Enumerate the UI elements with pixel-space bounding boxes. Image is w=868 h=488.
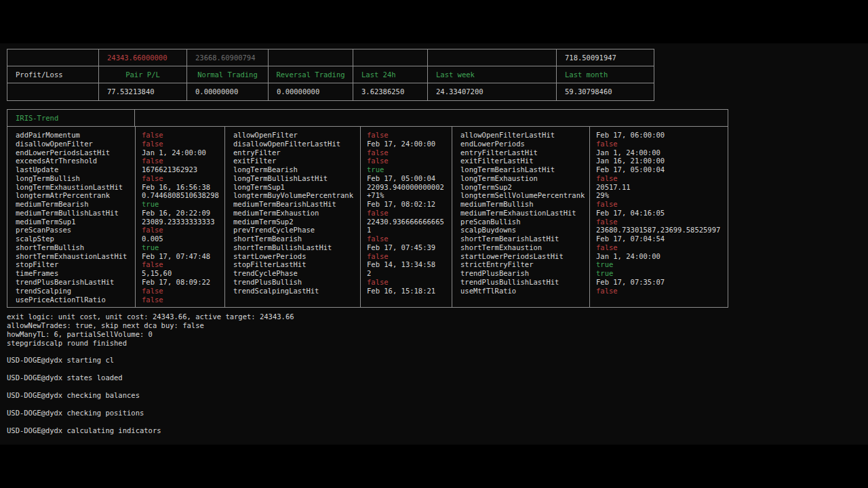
log-line: USD-DOGE@dydx checking positions [7,409,294,418]
log-line [7,418,294,426]
param-key: stopFilterLastHit [233,260,360,269]
param-key: endLowerPeriodsLastHit [16,148,135,157]
param-key: exitFilterLastHit [460,157,589,165]
param-value: Feb 17, 24:00:00 [367,140,452,148]
log-line [7,382,294,391]
param-value: false [142,131,224,140]
log-line: USD-DOGE@dydx checking balances [7,391,294,400]
param-value: Feb 17, 05:00:04 [596,165,728,174]
param-key: longTermBullishLastHit [233,174,360,183]
param-value [596,296,728,304]
param-key: longTermSup1 [233,183,360,192]
param-value: false [596,287,728,296]
param-value: Feb 16, 20:22:09 [142,209,224,218]
param-key [233,296,360,304]
letterbox-bottom [0,445,868,488]
param-key-column: allowOpenFilterdisallowOpenFilterLastHit… [224,127,360,307]
pl-value-cell: 0.00000000 [187,83,269,100]
param-key: longTermSup2 [460,183,589,192]
param-value: 1 [367,226,452,235]
param-value: Feb 16, 16:56:38 [142,183,224,192]
param-value: false [142,174,224,183]
param-value: 0.005 [142,235,224,243]
param-key: disallowOpenFilterLastHit [233,140,360,148]
param-value: Feb 17, 05:00:04 [367,174,452,183]
pl-value-cell: 718.50091947 [557,49,654,66]
param-key: longTermExhaustionLastHit [16,183,135,192]
param-value: Jan 1, 24:00:00 [142,148,224,157]
strategy-title: IRIS-Trend [16,114,58,122]
param-value: true [142,200,224,209]
strategy-title-cell: IRIS-Trend [7,110,135,127]
param-key: trendPlusBearishLastHit [16,278,135,287]
param-value: 23089.23333333333 [142,218,224,226]
param-key: mediumTermSup1 [16,218,135,226]
param-key: useMtfTlRatio [460,287,589,296]
param-value: Feb 16, 15:18:21 [367,287,452,296]
param-key: preScanBullish [460,218,589,226]
param-value: 22093.940000000002 [367,183,452,192]
pl-value-cell: 24.33407200 [428,83,557,100]
param-key: exitFilter [233,157,360,165]
param-value: 22430.936666666665 [367,218,452,226]
param-key: shortTermBullish [16,243,135,252]
param-key: longTermBullish [16,174,135,183]
param-key: scalpStep [16,235,135,243]
log-line: USD-DOGE@dydx calculating indicators [7,426,294,435]
param-key: startLowerPeriodsLastHit [460,252,589,261]
param-key: longtermSellVolumePercentrank [460,191,589,200]
param-value-column: Feb 17, 06:00:00falseJan 1, 24:00:00Jan … [589,127,728,307]
log-line: allowNewTrades: true, skip next dca buy:… [7,321,294,330]
pl-value-cell: 0.00000000 [269,83,353,100]
pl-value-cell [353,49,428,66]
pl-header-cell: Normal Trading [187,66,269,83]
terminal-screen[interactable]: 24343.6600000023668.60900794718.50091947… [0,43,868,445]
param-key: longTermBearish [233,165,360,174]
param-key: trendPlusBullishLastHit [460,278,589,287]
log-output: exit logic: unit cost, unit cost: 24343.… [7,312,294,434]
pl-header-cell: Last 24h [353,66,428,83]
param-value [367,296,452,304]
param-value: false [367,131,452,140]
param-key: longtermAtrPercentrank [16,191,135,200]
param-key: shortTermExhaustion [460,243,589,252]
log-line: exit logic: unit cost, unit cost: 24343.… [7,312,294,321]
param-key: shortTermExhaustionLastHit [16,252,135,261]
param-value: 23680.73301587,23699.58525997 [596,226,728,235]
param-key: longtermBuyVolumePercentrank [233,191,360,200]
param-key: trendScalpingLastHit [233,287,360,296]
param-value: false [142,287,224,296]
param-key: disallowOpenFilter [16,140,135,148]
param-value: 0.7446808510638298 [142,191,224,200]
param-value: false [596,140,728,148]
param-value: false [142,140,224,148]
param-value: Feb 17, 04:16:05 [596,209,728,218]
pl-value-cell [269,49,353,66]
param-key: mediumTermBullishLastHit [16,209,135,218]
param-key: preScanPasses [16,226,135,235]
param-key: endLowerPeriods [460,140,589,148]
param-key: mediumTermExhaustion [233,209,360,218]
param-key-column: addPairMomentumdisallowOpenFilterendLowe… [7,127,135,307]
param-value: false [596,218,728,226]
pl-header-cell: Pair P/L [99,66,187,83]
param-value: Jan 1, 24:00:00 [596,252,728,261]
param-key: trendPlusBearish [460,269,589,278]
iris-trend-parameters: addPairMomentumdisallowOpenFilterendLowe… [7,127,728,307]
param-key: startLowerPeriods [233,252,360,261]
param-value: Feb 17, 07:47:48 [142,252,224,261]
param-value: Feb 17, 08:02:12 [367,200,452,209]
profit-loss-table: 24343.6600000023668.60900794718.50091947… [7,49,654,101]
param-value: false [367,148,452,157]
param-key-column: allowOpenFilterLastHitendLowerPeriodsent… [452,127,589,307]
param-key: entryFilter [233,148,360,157]
log-line [7,400,294,409]
param-value-column: falseFeb 17, 24:00:00falsefalsetrueFeb 1… [360,127,452,307]
param-value: false [367,278,452,287]
pl-value-cell: 59.30798460 [557,83,654,100]
pl-value-cell [7,83,99,100]
param-value: Feb 17, 07:04:54 [596,235,728,243]
pl-header-cell: Last month [557,66,654,83]
param-value: Jan 1, 24:00:00 [596,148,728,157]
param-key: timeFrames [16,269,135,278]
